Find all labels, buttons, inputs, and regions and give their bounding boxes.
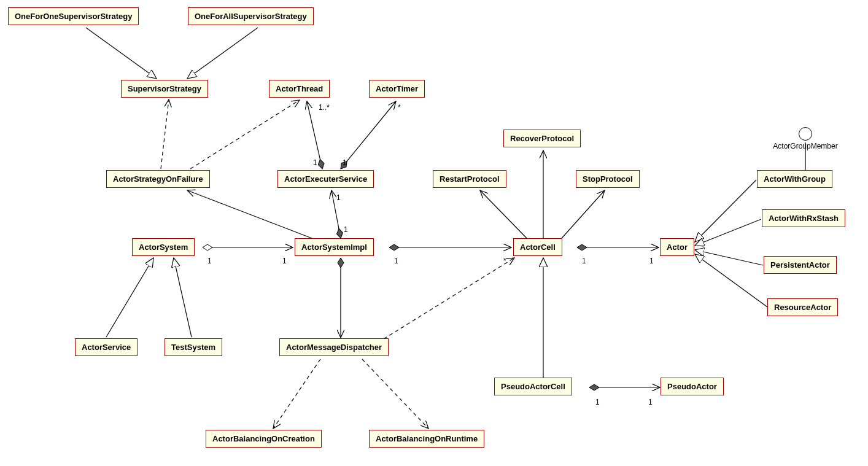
svg-line-20 (174, 258, 192, 337)
class-actorcell: ActorCell (513, 238, 562, 256)
class-actorthread: ActorThread (269, 80, 330, 98)
interface-actorgroupmember: ActorGroupMember (769, 127, 842, 150)
label: OneForOneSupervisorStrategy (15, 12, 132, 21)
mult: 1 (343, 158, 347, 167)
svg-line-15 (695, 219, 761, 246)
class-stopprotocol: StopProtocol (576, 170, 640, 188)
svg-line-5 (341, 101, 396, 169)
class-actorwithrxstash: ActorWithRxStash (762, 209, 845, 227)
label: TestSystem (171, 343, 215, 352)
connectors (0, 0, 868, 466)
label: ActorMessageDispatcher (286, 343, 382, 352)
class-actorservice: ActorService (75, 338, 138, 356)
svg-line-3 (190, 100, 300, 169)
label: ActorCell (520, 243, 556, 252)
class-actorstrategyonfailure: ActorStrategyOnFailure (106, 170, 210, 188)
class-actorbalancingoncreation: ActorBalancingOnCreation (206, 430, 322, 448)
svg-line-2 (161, 99, 169, 169)
uml-diagram: OneForOneSupervisorStrategy OneForAllSup… (0, 0, 868, 466)
mult: 1 (207, 257, 212, 265)
svg-line-17 (695, 254, 767, 307)
lollipop-icon (799, 127, 812, 141)
mult: 1 (344, 225, 348, 234)
class-actorwithgroup: ActorWithGroup (757, 170, 832, 188)
svg-line-23 (273, 359, 320, 429)
mult-actortimer: * (398, 103, 401, 112)
svg-line-1 (187, 28, 258, 79)
label: PseudoActorCell (501, 382, 565, 391)
label: ActorSystemImpl (301, 243, 367, 252)
class-oneforone: OneForOneSupervisorStrategy (8, 7, 139, 25)
svg-line-24 (362, 359, 428, 429)
class-restartprotocol: RestartProtocol (433, 170, 506, 188)
mult: 1 (282, 257, 287, 265)
label: Actor (667, 243, 688, 252)
class-recoverprotocol: RecoverProtocol (503, 130, 581, 147)
label: ActorTimer (376, 84, 418, 93)
label: ResourceActor (774, 303, 831, 312)
mult: 1 (582, 257, 586, 265)
label: RecoverProtocol (510, 134, 574, 143)
label: ActorGroupMember (769, 142, 842, 150)
label: ActorStrategyOnFailure (113, 174, 203, 184)
class-actorexecuterservice: ActorExecuterService (277, 170, 374, 188)
label: ActorWithRxStash (769, 214, 839, 223)
label: ActorWithGroup (764, 174, 826, 184)
class-pseudoactor: PseudoActor (661, 378, 724, 395)
class-actorbalancingonruntime: ActorBalancingOnRuntime (369, 430, 484, 448)
label: SupervisorStrategy (128, 84, 201, 93)
svg-line-11 (480, 190, 527, 238)
label: PseudoActor (667, 382, 717, 391)
class-actor: Actor (660, 238, 694, 256)
label: ActorThread (276, 84, 323, 93)
svg-line-0 (86, 28, 157, 79)
svg-line-13 (562, 190, 605, 238)
label: ActorSystem (139, 243, 188, 252)
class-resourceactor: ResourceActor (767, 298, 838, 316)
label: StopProtocol (583, 174, 633, 184)
mult: 1 (648, 398, 653, 406)
class-pseudoactorcell: PseudoActorCell (494, 378, 572, 395)
label: ActorService (82, 343, 131, 352)
mult: 1 (336, 193, 341, 202)
class-actorsystem: ActorSystem (132, 238, 195, 256)
mult: 1 (649, 257, 654, 265)
class-persistentactor: PersistentActor (764, 256, 837, 274)
svg-line-7 (187, 190, 312, 238)
svg-line-19 (106, 258, 153, 337)
label: RestartProtocol (440, 174, 500, 184)
class-actormessagedispatcher: ActorMessageDispatcher (279, 338, 389, 356)
class-oneforall: OneForAllSupervisorStrategy (188, 7, 314, 25)
mult: 1 (313, 158, 317, 167)
svg-line-16 (695, 250, 763, 265)
mult: 1 (595, 398, 600, 406)
label: ActorExecuterService (284, 174, 367, 184)
mult: * (503, 257, 506, 265)
label: ActorBalancingOnCreation (212, 434, 315, 443)
mult-actorthread: 1..* (319, 103, 330, 112)
svg-line-22 (384, 258, 514, 339)
class-supervisorstrategy: SupervisorStrategy (121, 80, 208, 98)
mult: 1 (394, 257, 398, 265)
class-actortimer: ActorTimer (369, 80, 425, 98)
class-actorsystemimpl: ActorSystemImpl (295, 238, 374, 256)
label: OneForAllSupervisorStrategy (195, 12, 307, 21)
svg-line-14 (695, 180, 756, 242)
class-testsystem: TestSystem (165, 338, 222, 356)
label: PersistentActor (770, 260, 830, 270)
label: ActorBalancingOnRuntime (376, 434, 478, 443)
